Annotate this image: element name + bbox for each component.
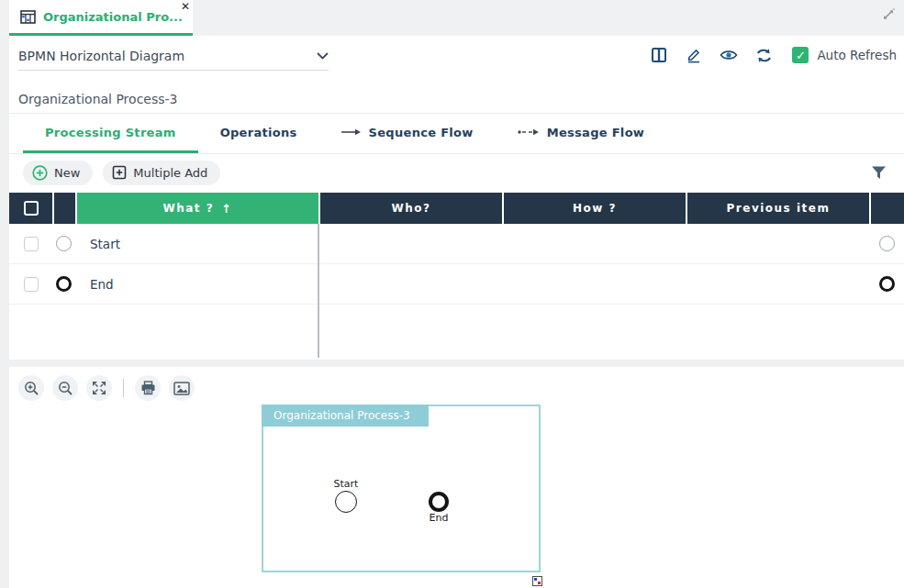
column-label: Who? xyxy=(392,202,431,215)
column-header-how[interactable]: How ? xyxy=(502,193,686,224)
bpmn-start-event[interactable]: Start xyxy=(318,479,374,513)
column-header-previous-item[interactable]: Previous item xyxy=(686,193,869,224)
auto-refresh-label: Auto Refresh xyxy=(817,48,897,62)
tab-sequence-flow[interactable]: Sequence Flow xyxy=(319,114,496,153)
column-label: How ? xyxy=(573,202,617,215)
section-tabs: Processing Stream Operations Sequence Fl… xyxy=(9,114,904,154)
tab-label: Sequence Flow xyxy=(369,126,474,139)
filter-icon[interactable] xyxy=(867,162,890,183)
dashed-arrow-icon xyxy=(518,128,540,136)
close-icon[interactable]: ✕ xyxy=(181,1,190,12)
bpmn-pool[interactable]: Organizational Process-3 Start End xyxy=(262,405,541,572)
sort-ascending-icon[interactable]: ↑ xyxy=(221,202,232,216)
start-event-icon xyxy=(56,236,72,251)
table-actions: New Multiple Add xyxy=(9,158,904,187)
fit-screen-icon[interactable] xyxy=(86,375,112,401)
pool-title[interactable]: Organizational Process-3 xyxy=(262,405,429,427)
column-label: What ? xyxy=(162,202,214,215)
process-table: What ? ↑ Who? How ? Previous item Start xyxy=(9,193,904,305)
editor-panel: BPMN Horizontal Diagram xyxy=(9,36,904,360)
node-label: Start xyxy=(334,479,359,490)
refresh-icon[interactable] xyxy=(750,41,777,69)
export-image-icon[interactable] xyxy=(169,375,195,401)
column-header-extra xyxy=(869,193,904,224)
view-toolbar: ✓ Auto Refresh xyxy=(638,41,897,69)
new-button[interactable]: New xyxy=(23,161,93,185)
tab-processing-stream[interactable]: Processing Stream xyxy=(23,114,198,153)
end-event-circle-icon[interactable] xyxy=(429,492,449,512)
tab-label: Operations xyxy=(220,126,297,139)
cell-what[interactable]: End xyxy=(75,277,318,292)
tab-label: Message Flow xyxy=(547,126,645,139)
select-all-cell[interactable] xyxy=(9,193,52,224)
multiple-add-label: Multiple Add xyxy=(133,166,207,180)
eye-icon[interactable] xyxy=(715,41,742,69)
table-row[interactable]: Start xyxy=(9,224,904,264)
expand-window-icon[interactable] xyxy=(881,7,896,22)
zoom-out-icon[interactable] xyxy=(52,375,78,401)
start-event-icon xyxy=(879,236,895,251)
tab-operations[interactable]: Operations xyxy=(198,114,319,153)
multiple-add-button[interactable]: Multiple Add xyxy=(103,161,220,185)
select-all-checkbox[interactable] xyxy=(24,201,39,216)
document-tab[interactable]: Organizational Pro... ✕ xyxy=(9,0,193,36)
column-resize-divider[interactable] xyxy=(318,224,319,358)
solid-arrow-icon xyxy=(341,128,362,136)
plus-circle-icon xyxy=(32,165,48,181)
column-label: Previous item xyxy=(727,202,831,215)
broken-image-icon xyxy=(532,576,542,586)
window-tab-bar: Organizational Pro... ✕ xyxy=(0,0,904,36)
checkbox-checked-icon[interactable]: ✓ xyxy=(792,47,809,63)
document-tab-title: Organizational Pro... xyxy=(43,10,182,24)
row-checkbox[interactable] xyxy=(24,237,39,251)
square-plus-icon xyxy=(112,165,127,180)
columns-icon[interactable] xyxy=(645,41,673,69)
diagram-type-select[interactable]: BPMN Horizontal Diagram xyxy=(18,41,329,71)
column-header-what[interactable]: What ? ↑ xyxy=(75,193,318,224)
diagram-table-icon xyxy=(20,10,36,24)
tab-label: Processing Stream xyxy=(45,126,176,139)
toolbar-separator xyxy=(123,379,124,397)
diagram-type-value: BPMN Horizontal Diagram xyxy=(18,49,184,63)
table-header-row: What ? ↑ Who? How ? Previous item xyxy=(9,193,904,224)
new-button-label: New xyxy=(54,166,80,180)
node-label: End xyxy=(430,513,449,524)
icon-column-header xyxy=(52,193,75,224)
edit-pencil-icon[interactable] xyxy=(680,41,708,69)
end-event-icon xyxy=(56,276,72,292)
row-checkbox[interactable] xyxy=(24,277,39,292)
bpmn-end-event[interactable]: End xyxy=(411,492,466,524)
column-header-who[interactable]: Who? xyxy=(318,193,502,224)
auto-refresh-toggle[interactable]: ✓ Auto Refresh xyxy=(792,47,897,63)
cell-what[interactable]: Start xyxy=(75,237,318,251)
end-event-icon xyxy=(879,276,895,292)
print-icon[interactable] xyxy=(135,375,161,401)
canvas-toolbar xyxy=(18,375,203,401)
diagram-preview-panel: Organizational Process-3 Start End xyxy=(9,367,904,588)
page-title: Organizational Process-3 xyxy=(18,92,178,106)
tab-message-flow[interactable]: Message Flow xyxy=(496,114,667,153)
chevron-down-icon xyxy=(317,52,329,60)
zoom-in-icon[interactable] xyxy=(18,375,44,401)
table-row[interactable]: End xyxy=(9,264,904,305)
start-event-circle-icon[interactable] xyxy=(335,491,357,513)
